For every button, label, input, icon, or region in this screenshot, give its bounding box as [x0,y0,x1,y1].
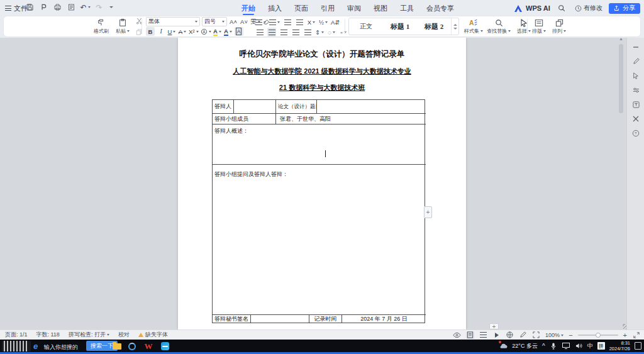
taskbar-clock[interactable]: 8:31 2024/7/26 [609,340,630,351]
vertical-scrollbar[interactable] [619,39,623,328]
collapse-strip-icon[interactable] [631,43,640,52]
numbered-list-button[interactable] [269,18,280,26]
defender-value-cell[interactable] [234,100,276,114]
microphone-icon[interactable] [550,342,558,350]
page-indicator[interactable]: 页面: 1/1 [5,331,28,339]
quick-access-more-icon[interactable] [109,6,113,8]
find-replace-button[interactable]: 查找替换 [487,16,511,36]
play-presentation-icon[interactable] [492,331,501,339]
share-button[interactable]: 分享 [609,3,640,14]
align-justify-button[interactable] [291,28,300,36]
tab-insert[interactable]: 插入 [268,0,282,16]
font-name-select[interactable]: 黑体 [146,17,200,26]
strikethrough-button[interactable]: A [178,27,187,36]
redo-icon[interactable]: ↷ [94,3,104,12]
secretary-value-cell[interactable] [251,315,309,323]
style-heading-1[interactable]: 标题 1 [383,22,417,31]
styles-gallery-spinner[interactable] [451,18,458,35]
fullscreen-icon[interactable] [632,331,640,339]
time-value-cell[interactable]: 2024 年 7 月 26 日 [342,315,426,323]
docs-app-icon[interactable] [160,341,170,351]
line-spacing-button[interactable]: ⇕ [315,28,324,36]
align-distribute-button[interactable] [303,28,312,36]
symbol-button[interactable]: ½ [319,18,328,26]
annotate-pen-icon[interactable] [631,57,640,65]
print-preview-icon[interactable] [67,3,76,12]
export-pdf-icon[interactable] [39,3,48,12]
weather-text[interactable]: 22°C 多云 [512,342,538,350]
bold-button[interactable]: B [146,27,155,36]
char-scale-button[interactable]: X [307,18,316,26]
font-color-button[interactable]: A [224,27,233,36]
group-value-cell[interactable]: 张君、于世华、高阳 [276,114,426,124]
help-icon[interactable]: ? [631,129,640,138]
zoom-slider[interactable] [578,335,618,336]
shading-button[interactable]: ◌ [327,28,336,36]
char-border-button[interactable]: A [235,27,243,36]
insert-page-button[interactable]: + [424,206,432,218]
align-right-button[interactable] [279,28,288,36]
underline-button[interactable]: U [167,27,176,36]
word-count[interactable]: 字数: 118 [36,331,60,339]
file-explorer-icon[interactable] [112,341,122,351]
text-effects-button[interactable]: A [201,27,211,36]
page-view-icon[interactable] [466,331,474,339]
typeset-button[interactable]: 排版 [532,16,546,36]
select-cursor-icon[interactable] [631,71,640,80]
increase-font-button[interactable]: A˄ [229,18,238,26]
undo-icon[interactable]: ↶ [80,3,90,12]
scrollbar-thumb[interactable] [619,44,623,113]
ink-pen-icon[interactable] [519,331,527,339]
style-body-text[interactable]: 正文 [349,22,383,31]
adjust-sliders-icon[interactable] [631,86,640,94]
zoom-in-button[interactable]: + [623,331,627,339]
web-layout-icon[interactable] [506,331,514,339]
align-center-button[interactable] [267,28,276,36]
taskbar-start-widget[interactable] [2,341,31,351]
align-left-button[interactable] [255,28,264,36]
increase-indent-button[interactable] [295,18,304,26]
weather-icon[interactable] [499,342,508,350]
document-page[interactable]: 呼伦贝尔学院毕业论文（设计）开题答辩记录单 人工智能与大数据学院 2021 级数… [178,38,466,329]
file-menu[interactable]: 文件 [5,3,28,13]
save-icon[interactable] [25,3,35,12]
format-painter-button[interactable]: 格式刷 [92,16,111,36]
fit-page-icon[interactable] [532,331,540,339]
tab-member[interactable]: 会员专享 [426,0,454,16]
overview-cell[interactable]: 答辩人概述： [213,124,426,165]
document-area[interactable]: 呼伦贝尔学院毕业论文（设计）开题答辩记录单 人工智能与大数据学院 2021 级数… [0,38,644,329]
tab-reference[interactable]: 引用 [321,0,335,16]
italic-button[interactable]: I [157,27,165,36]
topic-value-cell[interactable] [317,100,426,114]
outline-view-icon[interactable] [479,331,487,339]
highlight-color-button[interactable]: A [213,27,222,36]
record-table[interactable]: 答辩人 论文（设计）题目 答辩小组成员 张君、于世华、高阳 答辩人概述： 答辩小… [212,99,425,323]
superscript-button[interactable]: X² [189,27,199,36]
style-heading-2[interactable]: 标题 2 [417,22,451,31]
decrease-font-button[interactable]: A˅ [240,18,248,26]
volume-icon[interactable] [575,342,583,350]
tab-tools[interactable]: 工具 [400,0,414,16]
notification-peek-icon[interactable] [635,342,641,350]
paste-button[interactable]: 粘贴 [113,16,132,36]
tools-x-icon[interactable] [631,114,640,123]
tab-home[interactable]: 开始 [242,0,255,16]
bullet-list-button[interactable] [255,18,266,26]
spellcheck-toggle[interactable]: 拼写检查: 打开 [69,331,109,339]
proofread-button[interactable]: 校对 [118,331,130,339]
hidden-icons-chevron[interactable]: ^ [542,343,545,350]
tab-review[interactable]: 审阅 [347,0,361,16]
wps-office-icon[interactable]: W [143,341,153,351]
wps-ai-entry[interactable]: WPS AI [514,0,565,16]
add-row-button[interactable]: + [489,323,499,329]
zoom-out-button[interactable]: − [569,331,572,339]
missing-font-warning[interactable]: 缺失字体 [138,331,168,339]
qa-cell[interactable]: 答辩小组提问及答辩人答辩： [213,165,426,315]
font-size-select[interactable]: 四号 [202,17,227,26]
ime-mode-badge[interactable]: 拼 [597,342,605,350]
table-move-handle[interactable] [203,88,209,94]
eye-protect-icon[interactable] [453,331,461,339]
ime-language[interactable]: 中 [587,342,593,350]
search-icon[interactable] [558,4,565,12]
browser-app-icon[interactable] [127,341,137,351]
